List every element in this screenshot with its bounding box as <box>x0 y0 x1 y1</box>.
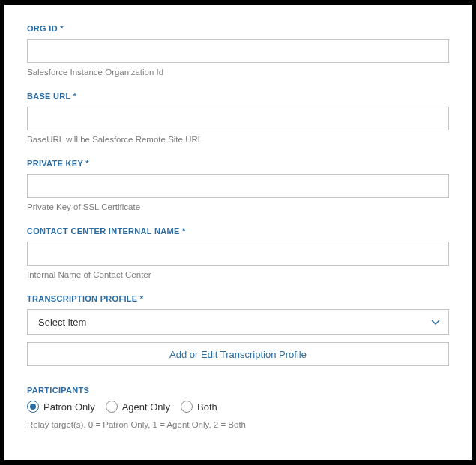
contact-center-field: CONTACT CENTER INTERNAL NAME * Internal … <box>27 226 449 279</box>
org-id-label: ORG ID * <box>27 24 449 33</box>
base-url-help: BaseURL will be Salesforce Remote Site U… <box>27 135 449 144</box>
radio-icon <box>27 400 39 412</box>
transcription-profile-select-wrap: Select item <box>27 309 449 334</box>
org-id-help: Salesforce Instance Organization Id <box>27 68 449 76</box>
base-url-field: BASE URL * BaseURL will be Salesforce Re… <box>27 92 449 144</box>
participants-section: PARTICIPANTS Patron Only Agent Only Both… <box>27 386 449 429</box>
participants-help: Relay target(s). 0 = Patron Only, 1 = Ag… <box>27 420 449 429</box>
contact-center-label: CONTACT CENTER INTERNAL NAME * <box>27 226 449 236</box>
contact-center-help: Internal Name of Contact Center <box>27 270 449 279</box>
radio-icon <box>181 400 193 412</box>
radio-patron-only[interactable]: Patron Only <box>27 400 95 412</box>
radio-label: Patron Only <box>43 401 95 412</box>
private-key-label: PRIVATE KEY * <box>27 159 449 168</box>
private-key-help: Private Key of SSL Certificate <box>27 202 449 212</box>
participants-radio-group: Patron Only Agent Only Both <box>27 400 449 412</box>
transcription-profile-select[interactable]: Select item <box>27 309 449 334</box>
org-id-field: ORG ID * Salesforce Instance Organizatio… <box>27 24 449 76</box>
private-key-field: PRIVATE KEY * Private Key of SSL Certifi… <box>27 159 449 212</box>
add-edit-transcription-profile-button[interactable]: Add or Edit Transcription Profile <box>27 342 449 366</box>
base-url-label: BASE URL * <box>27 92 449 100</box>
radio-icon <box>106 400 118 412</box>
participants-label: PARTICIPANTS <box>27 386 449 394</box>
private-key-input[interactable] <box>27 174 449 198</box>
org-id-input[interactable] <box>27 39 449 63</box>
radio-both[interactable]: Both <box>181 400 217 412</box>
radio-agent-only[interactable]: Agent Only <box>106 400 170 412</box>
base-url-input[interactable] <box>27 106 449 130</box>
contact-center-input[interactable] <box>27 242 449 266</box>
transcription-profile-label: TRANSCRIPTION PROFILE * <box>27 294 449 303</box>
radio-label: Agent Only <box>122 401 170 412</box>
transcription-profile-field: TRANSCRIPTION PROFILE * Select item Add … <box>27 294 449 366</box>
form-panel: ORG ID * Salesforce Instance Organizatio… <box>4 4 472 460</box>
radio-label: Both <box>197 401 217 412</box>
